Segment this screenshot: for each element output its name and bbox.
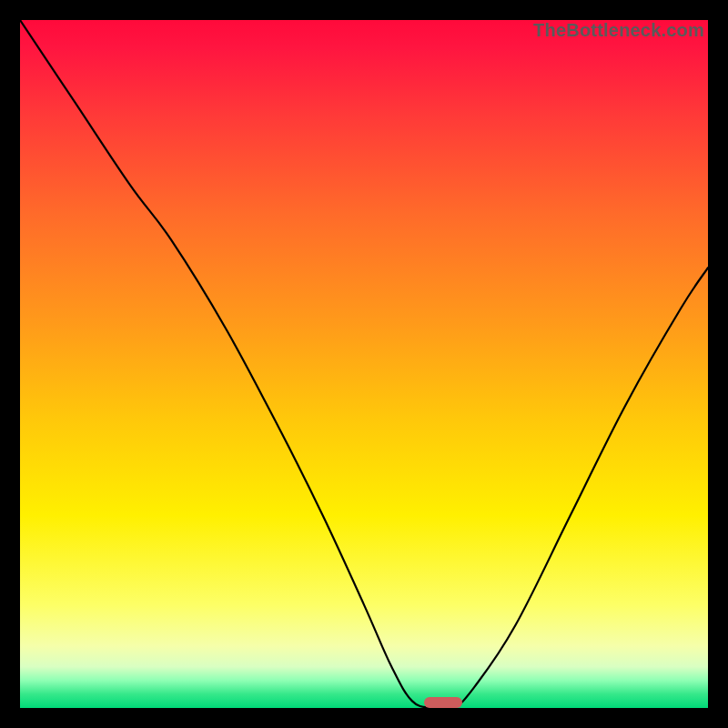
plot-area: TheBottleneck.com [20, 20, 708, 708]
optimal-marker [424, 697, 462, 708]
chart-frame: TheBottleneck.com [0, 0, 728, 728]
curve-svg [20, 20, 708, 708]
bottleneck-curve-line [20, 20, 708, 708]
